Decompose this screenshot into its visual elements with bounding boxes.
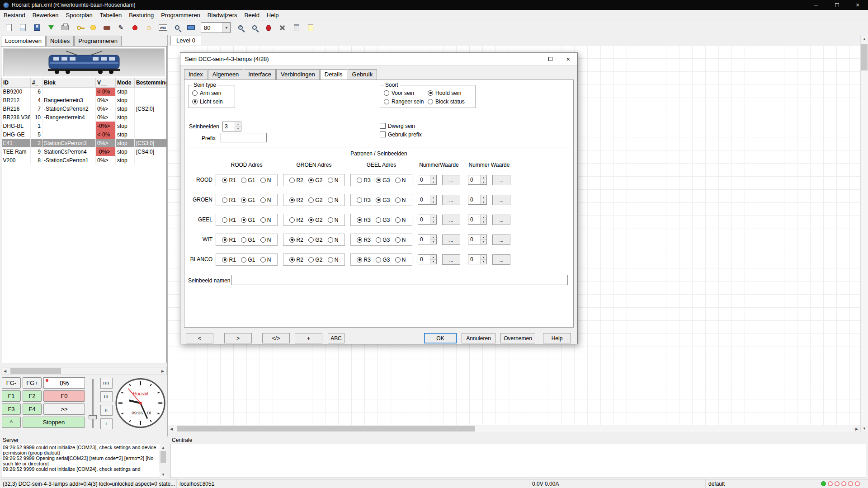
prefix-input[interactable] (221, 133, 267, 142)
nummerwaarde-spinner[interactable]: 0▲▼ (418, 254, 437, 264)
radio-n-circle[interactable] (328, 237, 333, 243)
radio-licht-sein[interactable]: Licht sein (192, 97, 231, 106)
radio-r3[interactable]: R3 (357, 235, 370, 244)
radio-n[interactable]: N (328, 216, 339, 224)
radio-r2-circle[interactable] (289, 197, 295, 203)
dialog-titlebar[interactable]: Sein DCC-sein-4-3-lamps (4/28) × (180, 53, 577, 66)
radio-block-status-circle[interactable] (428, 99, 433, 104)
nummerwaarde-spinner[interactable]: 0▲▼ (418, 175, 437, 185)
f0-button[interactable]: F0 (43, 390, 85, 402)
scroll-right-icon[interactable]: ▶ (159, 367, 166, 375)
scroll-down-icon[interactable]: ▼ (160, 471, 167, 478)
pattern-more-button[interactable]: ... (442, 215, 460, 225)
radio-r1-circle[interactable] (222, 178, 227, 183)
radio-n[interactable]: N (395, 235, 406, 244)
pattern-more-button[interactable]: ... (442, 235, 460, 245)
radio-arm-sein[interactable]: Arm sein (192, 89, 231, 97)
spinner-up-icon[interactable]: ▲ (481, 195, 486, 200)
nummerwaarde-spinner[interactable]: 0▲▼ (418, 215, 437, 225)
radio-hoofd-sein-circle[interactable] (428, 90, 433, 96)
spinner-up-icon[interactable]: ▲ (481, 175, 486, 180)
radio-n[interactable]: N (395, 255, 406, 264)
radio-g3-circle[interactable] (376, 178, 381, 183)
radio-voor-sein[interactable]: Voor sein (384, 89, 428, 97)
radio-g1[interactable]: G1 (241, 216, 255, 224)
radio-n-circle[interactable] (395, 178, 401, 183)
spinner-up-icon[interactable]: ▲ (481, 215, 486, 220)
spinner-down-icon[interactable]: ▼ (430, 260, 436, 264)
print-icon[interactable] (59, 22, 71, 34)
menu-bladwijzers[interactable]: Bladwijzers (204, 10, 241, 20)
ok-button[interactable]: OK (424, 333, 457, 343)
slider-handle[interactable] (89, 415, 97, 419)
dialog-minimize-button[interactable] (523, 53, 541, 65)
radio-n[interactable]: N (260, 235, 271, 244)
spinner-up-icon[interactable]: ▲ (430, 235, 436, 240)
shift-functions-button[interactable]: >> (43, 404, 85, 415)
search-icon[interactable] (171, 22, 183, 34)
radio-r1-circle[interactable] (222, 217, 227, 223)
radio-block-status[interactable]: Block status (428, 97, 472, 106)
power-lamp-icon[interactable] (87, 22, 99, 34)
radio-r3-circle[interactable] (357, 178, 362, 183)
radio-n[interactable]: N (328, 196, 339, 204)
radio-r3-circle[interactable] (357, 197, 362, 203)
radio-n-circle[interactable] (395, 197, 401, 203)
radio-g2[interactable]: G2 (308, 255, 322, 264)
pattern-more-button[interactable]: ... (492, 195, 510, 205)
f4-button[interactable]: F4 (23, 404, 42, 415)
radio-g3-circle[interactable] (376, 257, 381, 263)
checkbox-gebruik-prefix[interactable]: Gebruik prefix (380, 130, 422, 139)
scroll-left-icon[interactable]: ◀ (168, 425, 175, 432)
speed-step-i-button[interactable]: I (100, 418, 113, 429)
scroll-up-icon[interactable]: ▲ (861, 35, 868, 42)
table-row[interactable]: BR2124Rangeerterrein30%>stop (2, 96, 167, 104)
dialog-tab-algemeen[interactable]: Algemeen (208, 69, 244, 80)
menu-help[interactable]: Help (263, 10, 283, 20)
abc-button[interactable]: ABC (328, 333, 344, 343)
radio-g2[interactable]: G2 (308, 196, 322, 204)
code-view-button[interactable]: </> (262, 333, 290, 343)
monitor-icon[interactable] (185, 22, 197, 34)
menu-besturing[interactable]: Besturing (125, 10, 157, 20)
spinner-down-icon[interactable]: ▼ (481, 180, 486, 185)
radio-r1-circle[interactable] (222, 237, 227, 243)
left-panel-hscrollbar[interactable]: ◀ ▶ (1, 367, 167, 375)
dialog-close-button[interactable]: × (559, 53, 577, 65)
nummer-waarde-spinner[interactable]: 0▲▼ (468, 254, 487, 264)
prev-button[interactable]: < (186, 333, 213, 343)
radio-r1[interactable]: R1 (222, 235, 236, 244)
radio-g1-circle[interactable] (241, 197, 246, 203)
canvas-vscrollbar[interactable]: ▲ ▼ (860, 35, 868, 432)
f1-button[interactable]: F1 (2, 390, 21, 402)
radio-n[interactable]: N (395, 176, 406, 184)
checkbox-dwerg-sein-box[interactable] (380, 123, 386, 129)
radio-n-circle[interactable] (260, 178, 266, 183)
radio-n-circle[interactable] (328, 257, 333, 263)
f3-button[interactable]: F3 (2, 404, 21, 415)
pattern-more-button[interactable]: ... (492, 235, 510, 245)
radio-n-circle[interactable] (328, 217, 333, 223)
radio-r3[interactable]: R3 (357, 176, 370, 184)
radio-r3[interactable]: R3 (357, 196, 370, 204)
speed-step-ii-button[interactable]: II (100, 405, 113, 416)
pattern-more-button[interactable]: ... (492, 175, 510, 185)
radio-hoofd-sein[interactable]: Hoofd sein (428, 89, 472, 97)
zoom-reset-icon[interactable] (248, 22, 260, 34)
radio-r3[interactable]: R3 (357, 216, 370, 224)
spinner-down-icon[interactable]: ▼ (481, 200, 486, 205)
spinner-down-icon[interactable]: ▼ (430, 240, 436, 244)
nummer-waarde-spinner[interactable]: 0▲▼ (468, 195, 487, 205)
table-row[interactable]: DHG-BL1-0%>stop (2, 122, 167, 130)
f2-button[interactable]: F2 (23, 390, 42, 402)
next-button[interactable]: > (224, 333, 252, 343)
bug-icon[interactable] (262, 22, 274, 34)
radio-g1-circle[interactable] (241, 217, 246, 223)
menu-beeld[interactable]: Beeld (241, 10, 263, 20)
radio-n[interactable]: N (260, 176, 271, 184)
radio-g2-circle[interactable] (308, 197, 314, 203)
table-row[interactable]: TEE Ram9StationCsPerron4-0%>stop[CS4:0] (2, 147, 167, 156)
spinner-up-icon[interactable]: ▲ (481, 235, 486, 240)
radio-g1[interactable]: G1 (241, 196, 255, 204)
scroll-up-icon[interactable]: ▲ (160, 444, 167, 451)
